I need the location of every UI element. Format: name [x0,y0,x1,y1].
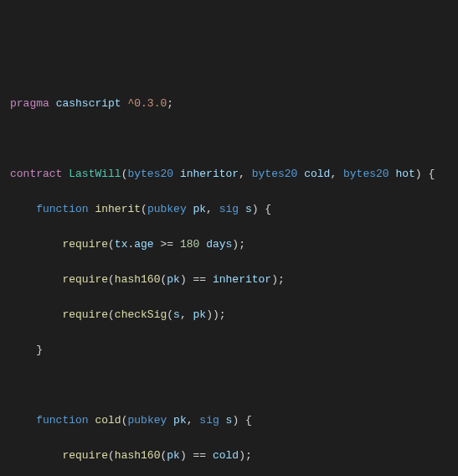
var: pk [167,449,180,462]
var: cold [213,449,239,462]
param: pk [173,414,187,427]
code-block: pragma cashscript ^0.3.0; contract LastW… [10,77,448,476]
contract-name: LastWill [69,168,121,180]
var: s [173,308,180,321]
var: inheritor [213,273,271,286]
require-call: require [62,449,108,462]
code-line: contract LastWill(bytes20 inheritor, byt… [10,165,448,183]
number: 180 [180,238,199,251]
param: inheritor [180,168,239,180]
param: s [245,203,252,215]
member: age [134,238,153,251]
tx-obj: tx [115,238,128,251]
days-unit: days [206,238,232,251]
function-keyword: function [36,414,88,427]
blank-line [10,376,448,394]
type: sig [219,203,239,215]
code-line: function cold(pubkey pk, sig s) { [10,411,448,429]
type: bytes20 [127,168,173,180]
code-line: function inherit(pubkey pk, sig s) { [10,200,448,218]
type: bytes20 [252,168,298,180]
hash160-call: hash160 [115,273,161,286]
code-line: require(checkSig(s, pk)); [10,306,448,323]
function-keyword: function [36,203,88,215]
code-line: require(hash160(pk) == cold); [10,447,448,464]
var: pk [193,308,207,321]
type: bytes20 [343,168,389,180]
param: hot [395,168,414,180]
pragma-version: ^0.3.0 [127,97,167,110]
pragma-keyword: pragma [10,97,49,110]
code-line: require(hash160(pk) == inheritor); [10,271,448,288]
param: pk [193,203,207,215]
require-call: require [62,308,108,321]
var: pk [167,273,180,286]
require-call: require [62,238,108,251]
type: sig [199,414,219,427]
checksig-call: checkSig [115,308,167,321]
code-line: require(tx.age >= 180 days); [10,235,448,253]
code-line: } [10,341,448,359]
pragma-name: cashscript [56,97,121,110]
param: cold [304,168,330,180]
blank-line [10,130,448,147]
type: pubkey [147,203,187,215]
contract-keyword: contract [10,168,62,180]
function-name: inherit [95,203,141,215]
require-call: require [62,273,108,286]
function-name: cold [95,414,121,427]
code-line: pragma cashscript ^0.3.0; [10,95,448,112]
type: pubkey [127,414,167,427]
hash160-call: hash160 [115,449,161,462]
